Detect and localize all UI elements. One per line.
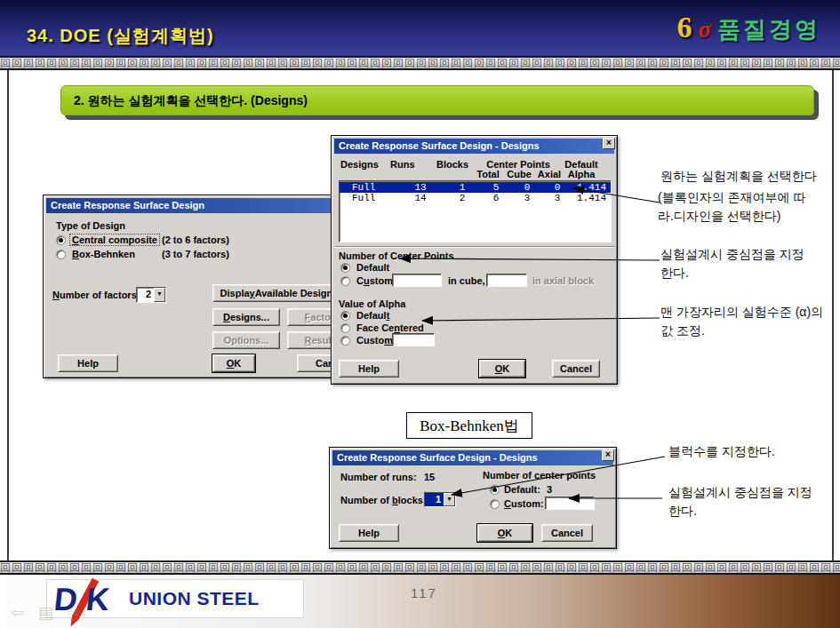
radio-alpha-custom[interactable] <box>340 336 350 346</box>
annotation-alpha: 맨 가장자리의 실험수준 (α)의 값 조정. <box>660 303 823 340</box>
custom-cube-input[interactable] <box>392 274 442 287</box>
radio-custom[interactable] <box>490 499 500 509</box>
decorative-border-bottom: 回回回回回回回回回回回回回回回回回回回回回回回回回回回回回回回回回回回回回回回回… <box>0 560 840 575</box>
custom-label[interactable]: Custom: <box>504 498 544 509</box>
dropdown-arrow-icon[interactable]: ▼ <box>444 493 455 506</box>
slide-body: 2. 원하는 실험계획을 선택한다. (Designs) Create Resp… <box>0 70 840 560</box>
alpha-default-label[interactable]: Default <box>356 310 389 321</box>
slideshow-nav: ⇦ ▤ ⇨ <box>11 603 81 623</box>
radio-alpha-default[interactable] <box>340 311 350 321</box>
help-button[interactable]: Help <box>58 354 118 372</box>
box-behnken-caption: Box-Behnken법 <box>406 412 532 439</box>
factors-dropdown[interactable]: 2 ▼ <box>136 287 166 303</box>
annotation-block-factor: (블록인자의 존재여부에 따 라.디자인을 선택한다) <box>658 188 805 226</box>
cancel-button[interactable]: Cancel <box>552 360 600 378</box>
alpha-custom-label[interactable]: Custom: <box>356 335 396 346</box>
value-of-alpha-section-label: Value of Alpha <box>339 298 405 309</box>
dropdown-arrow-icon[interactable]: ▼ <box>154 288 165 302</box>
nav-next-icon[interactable]: ⇨ <box>68 603 81 623</box>
number-of-runs-value: 15 <box>424 472 435 482</box>
alpha-face-centered-label[interactable]: Face Centered <box>356 322 424 333</box>
brand-six: 6 <box>676 11 692 44</box>
page-number: 117 <box>411 585 437 600</box>
radio-box-behnken[interactable] <box>56 250 66 259</box>
slide: 34. DOE (실험계획법) 6 σ 품질경영 回回回回回回回回回回回回回回回… <box>0 0 840 628</box>
factors-value: 2 <box>137 288 154 302</box>
annotation-center-points: 실험설계시 중심점을 지정 한다. <box>660 245 804 282</box>
help-button[interactable]: Help <box>339 524 399 542</box>
decorative-border-top: 回回回回回回回回回回回回回回回回回回回回回回回回回回回回回回回回回回回回回回回回… <box>0 56 840 70</box>
slide-header: 34. DOE (실험계획법) 6 σ 품질경영 <box>0 0 840 56</box>
dialog-create-rsd: Create Response Surface Design Type of D… <box>43 195 380 378</box>
default-label[interactable]: Default: <box>504 484 540 495</box>
logo-letter-k: K <box>84 581 111 618</box>
annotation-select-design: 원하는 실험계획을 선택한다 <box>660 167 817 186</box>
close-icon[interactable]: × <box>602 449 614 461</box>
nav-prev-icon[interactable]: ⇦ <box>11 603 24 623</box>
col-axial: Axial <box>534 169 564 179</box>
box-behnken-hint: (3 to 7 factors) <box>162 249 229 259</box>
radio-center-custom[interactable] <box>340 276 350 286</box>
designs-button[interactable]: Designs... <box>212 308 280 326</box>
step-banner: 2. 원하는 실험계획을 선택한다. (Designs) <box>60 85 814 115</box>
in-cube-label: in cube, <box>448 275 485 286</box>
annotation-blocks: 블럭수를 지정한다. <box>668 442 775 461</box>
brand-logo: 6 σ 품질경영 <box>676 11 820 45</box>
alpha-custom-input[interactable] <box>392 333 435 346</box>
nav-menu-icon[interactable]: ▤ <box>38 603 53 623</box>
number-of-factors-label: Number of factors: <box>52 290 140 300</box>
radio-default[interactable] <box>490 485 500 495</box>
separator <box>335 246 615 248</box>
type-of-design-label: Type of Design <box>56 220 125 231</box>
page-title: 34. DOE (실험계획법) <box>27 24 214 48</box>
col-runs: Runs <box>390 159 415 170</box>
design-row-selected[interactable]: Full 13 1 5 0 0 1.414 <box>340 182 611 193</box>
dialog-rsd-designs: Create Response Surface Design - Designs… <box>331 135 618 385</box>
dialog-titlebar: Create Response Surface Design - Designs <box>332 450 613 465</box>
col-blocks: Blocks <box>436 159 468 170</box>
blocks-dropdown[interactable]: 1 ▼ <box>424 492 456 507</box>
central-composite-hint: (2 to 6 factors) <box>162 235 229 245</box>
brand-text: 품질경영 <box>717 14 820 45</box>
content-border-right <box>832 70 834 560</box>
content-border-left <box>7 70 9 560</box>
logo-text: UNION STEEL <box>129 588 260 609</box>
design-row[interactable]: Full 14 2 6 3 3 1.414 <box>340 193 611 203</box>
col-cube: Cube <box>504 169 534 179</box>
custom-input[interactable] <box>545 497 595 510</box>
display-available-designs-button[interactable]: Display Available Designs <box>212 284 346 302</box>
ok-button[interactable]: OK <box>479 360 525 378</box>
center-points-section-label: Number of Center Points <box>339 250 454 261</box>
col-designs: Designs <box>340 159 379 170</box>
company-logo: D K UNION STEEL <box>46 579 304 618</box>
radio-box-behnken-label[interactable]: Box-Behnken <box>72 249 135 259</box>
blocks-value: 1 <box>425 493 444 506</box>
designs-listbox: Full 13 1 5 0 0 1.414 Full 14 2 6 3 3 1.… <box>339 180 612 242</box>
radio-central-composite[interactable] <box>56 235 66 245</box>
radio-center-default[interactable] <box>340 263 350 273</box>
number-of-runs-label: Number of runs: <box>340 472 417 482</box>
close-icon[interactable]: × <box>603 138 615 149</box>
sigma-icon: σ <box>698 16 711 44</box>
default-value: 3 <box>547 484 552 495</box>
options-button[interactable]: Options... <box>212 331 280 349</box>
col-total: Total <box>472 169 504 179</box>
dialog-titlebar: Create Response Surface Design <box>46 198 377 213</box>
help-button[interactable]: Help <box>339 360 399 378</box>
col-alpha: Alpha <box>561 169 602 179</box>
ok-button[interactable]: OK <box>477 524 532 542</box>
dialog-rsd-blocks: Create Response Surface Design - Designs… <box>329 447 617 549</box>
custom-axial-input[interactable] <box>486 274 527 287</box>
cancel-button[interactable]: Cancel <box>541 524 593 542</box>
number-of-blocks-label: Number of blocks: <box>340 495 427 505</box>
in-axial-block-label: in axial block <box>532 275 594 286</box>
center-custom-label[interactable]: Custom: <box>356 275 396 286</box>
annotation-center-points-2: 실험설계시 중심점을 지정 한다. <box>668 483 812 521</box>
center-default-label[interactable]: Default <box>356 262 389 273</box>
dialog-titlebar: Create Response Surface Design - Designs <box>334 139 614 154</box>
center-points-section-label: Number of center points <box>483 470 596 481</box>
radio-alpha-face-centered[interactable] <box>340 323 350 333</box>
radio-central-composite-label[interactable]: Central composite <box>70 235 159 245</box>
ok-button[interactable]: OK <box>212 354 255 372</box>
slide-footer: D K UNION STEEL 117 ⇦ ▤ ⇨ <box>0 575 840 628</box>
